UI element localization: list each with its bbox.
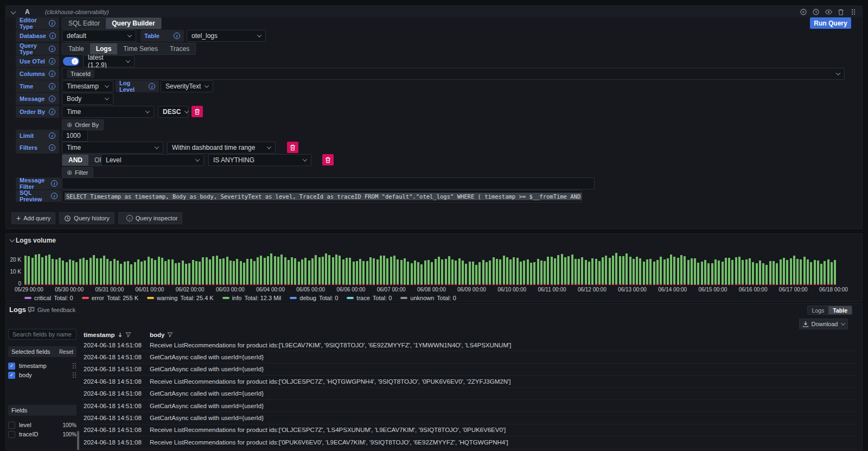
message-column-select[interactable]: Body (62, 93, 113, 105)
remove-order-by-button[interactable] (192, 106, 203, 117)
sidebar-scrollbar[interactable] (77, 431, 79, 450)
field-traceID[interactable]: traceID100% (8, 430, 76, 439)
legend-item-info[interactable]: infoTotal: 12.3 Mil (222, 295, 282, 301)
filter-funnel-icon[interactable] (167, 332, 173, 338)
legend-item-trace[interactable]: traceTotal: 0 (347, 295, 392, 301)
hide-response-eye-icon[interactable] (824, 8, 833, 16)
drag-handle-icon[interactable] (72, 372, 76, 378)
info-icon[interactable] (49, 83, 55, 90)
x-axis-tick-label: 06/14 00:00 (658, 287, 687, 293)
selected-field-timestamp[interactable]: timestamp (8, 361, 76, 370)
drag-handle-icon[interactable] (849, 8, 858, 16)
filter-bool-and[interactable]: AND (62, 155, 88, 166)
order-by-field-select[interactable]: Time (62, 106, 154, 118)
table-row: 2024-06-18 14:51:08Receive ListRecommend… (81, 436, 857, 448)
add-query-button[interactable]: Add query (11, 212, 55, 224)
info-icon[interactable] (49, 71, 55, 77)
sql-preview-box[interactable]: SELECT Timestamp as timestamp, Body as b… (62, 190, 582, 202)
checkbox-unchecked-icon[interactable] (8, 431, 15, 438)
legend-item-warning[interactable]: warningTotal: 25.4 K (147, 295, 214, 301)
delete-query-icon[interactable] (837, 8, 845, 16)
volume-bar (602, 257, 604, 285)
database-select[interactable]: default (62, 30, 136, 42)
info-icon[interactable] (51, 180, 58, 187)
volume-bar (455, 261, 457, 285)
history-icon[interactable] (812, 8, 820, 16)
run-query-button[interactable]: Run Query (810, 17, 851, 29)
reset-fields-button[interactable]: Reset (59, 349, 73, 355)
add-order-by-button[interactable]: Order By (62, 119, 104, 130)
info-icon[interactable] (49, 109, 55, 115)
filter1-field-select[interactable]: Time (62, 142, 163, 154)
column-tag-traceid[interactable]: TraceId (67, 69, 94, 78)
volume-bar (420, 264, 423, 285)
view-option-logs[interactable]: Logs (808, 306, 829, 314)
legend-item-debug[interactable]: debugTotal: 0 (290, 295, 338, 301)
remove-filter1-button[interactable] (287, 142, 298, 153)
body-column-header[interactable]: body (150, 332, 164, 338)
limit-input[interactable] (62, 130, 88, 142)
info-icon[interactable] (49, 58, 55, 65)
search-fields-input[interactable] (8, 329, 76, 340)
table-row: 2024-06-18 14:51:08GetCartAsync called w… (81, 400, 857, 412)
use-otel-toggle[interactable] (63, 57, 79, 66)
chevron-down-icon (105, 83, 109, 87)
info-icon[interactable] (174, 33, 180, 39)
volume-bar (711, 263, 713, 285)
timestamp-column-header[interactable]: timestamp (84, 332, 115, 338)
checkbox-checked-icon[interactable] (8, 363, 15, 370)
filter2-field-select[interactable]: Level (101, 154, 204, 166)
info-icon[interactable] (49, 46, 55, 52)
legend-swatch (347, 297, 354, 299)
info-icon[interactable] (49, 132, 55, 139)
filter-funnel-icon[interactable] (125, 332, 131, 338)
otel-version-select[interactable]: latest (1.2.9) (83, 55, 135, 67)
drag-handle-icon[interactable] (72, 363, 76, 369)
field-level[interactable]: level100% (8, 421, 76, 429)
collapse-chevron-icon[interactable] (10, 237, 15, 243)
volume-bar (824, 261, 826, 285)
selected-field-body[interactable]: body (8, 371, 76, 379)
give-feedback-link[interactable]: Give feedback (28, 307, 75, 313)
table-select[interactable]: otel_logs (187, 30, 266, 42)
query-type-option-traces[interactable]: Traces (164, 43, 195, 54)
info-icon[interactable] (51, 193, 58, 199)
editor-type-option-sql-editor[interactable]: SQL Editor (62, 18, 106, 29)
query-inspector-button[interactable]: Query inspector (118, 212, 183, 224)
collapse-chevron-icon[interactable] (11, 9, 16, 15)
remove-filter2-button[interactable] (322, 154, 334, 166)
order-by-direction-select[interactable]: DESC (158, 106, 188, 118)
filter2-operator-select[interactable]: IS ANYTHING (208, 154, 311, 166)
editor-type-option-query-builder[interactable]: Query Builder (106, 18, 161, 29)
volume-bar (622, 256, 624, 285)
legend-item-critical[interactable]: criticalTotal: 0 (24, 295, 73, 301)
query-type-option-time-series[interactable]: Time Series (117, 43, 164, 54)
legend-item-error[interactable]: errorTotal: 255 K (82, 295, 138, 301)
sort-desc-icon[interactable] (118, 332, 123, 338)
checkbox-checked-icon[interactable] (8, 372, 15, 379)
duplicate-icon[interactable] (799, 8, 808, 16)
info-icon[interactable] (49, 144, 55, 151)
x-axis-tick-label: 05/30 00:00 (55, 287, 84, 293)
view-option-table[interactable]: Table (828, 306, 852, 314)
volume-bar (619, 256, 621, 285)
columns-multiselect[interactable]: TraceId (62, 68, 845, 80)
info-icon[interactable] (149, 83, 155, 90)
filter1-condition-select[interactable]: Within dashboard time range (167, 142, 276, 154)
download-button[interactable]: Download (799, 319, 848, 329)
message-filter-input[interactable] (62, 177, 595, 189)
info-icon[interactable] (49, 33, 56, 39)
add-filter-button[interactable]: Filter (62, 167, 93, 178)
time-column-select[interactable]: Timestamp (62, 80, 113, 92)
volume-bar (298, 262, 300, 285)
info-icon[interactable] (49, 96, 55, 102)
volume-bar (431, 262, 433, 285)
log-level-select[interactable]: SeverityText (161, 80, 213, 92)
query-type-option-table[interactable]: Table (62, 43, 90, 54)
volume-bar (284, 257, 286, 285)
legend-item-unknown[interactable]: unknownTotal: 0 (400, 295, 456, 301)
query-history-button[interactable]: Query history (59, 212, 114, 224)
query-type-option-logs[interactable]: Logs (90, 43, 118, 54)
info-icon[interactable] (49, 20, 55, 27)
checkbox-unchecked-icon[interactable] (8, 422, 15, 429)
